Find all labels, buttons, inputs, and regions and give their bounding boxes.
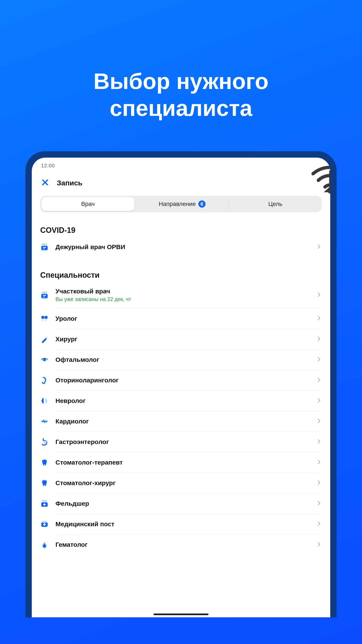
brain-icon bbox=[40, 396, 49, 405]
specialty-row[interactable]: Офтальмолог bbox=[40, 350, 322, 370]
chevron-right-icon bbox=[316, 418, 322, 424]
list-item-sublabel: Вы уже записаны на 22 дек, чт bbox=[55, 296, 310, 302]
specialty-row[interactable]: Хирург bbox=[40, 329, 322, 349]
list-item-label: Хирург bbox=[55, 336, 310, 343]
tab-doctor[interactable]: Врач bbox=[41, 197, 134, 211]
list-item-label: Гастроэнтеролог bbox=[55, 438, 310, 446]
specialty-row[interactable]: Невролог bbox=[40, 391, 322, 411]
tab-goal[interactable]: Цель bbox=[229, 196, 322, 212]
status-bar: 12:00 bbox=[32, 158, 330, 171]
tab-referral[interactable]: Направление 6 bbox=[136, 196, 229, 212]
list-item-label: Уролог bbox=[55, 315, 310, 322]
chevron-right-icon bbox=[316, 336, 322, 342]
specialty-row[interactable]: Стоматолог-хирург bbox=[40, 473, 322, 493]
tooth-icon bbox=[40, 458, 49, 467]
app-screen: 12:00 Запись Врач Направление 6 Цель bbox=[32, 158, 330, 617]
list-item-label: Офтальмолог bbox=[55, 356, 310, 363]
hero-title: Выбор нужного специалиста bbox=[0, 0, 362, 151]
heart-icon bbox=[40, 417, 49, 426]
list-item-label: Кардиолог bbox=[55, 418, 310, 425]
list-item-label: Дежурный врач ОРВИ bbox=[55, 244, 310, 250]
chevron-right-icon bbox=[316, 521, 322, 527]
tooth-icon bbox=[40, 479, 49, 487]
page-title: Запись bbox=[57, 179, 82, 187]
close-icon[interactable] bbox=[41, 178, 49, 187]
tab-label: Врач bbox=[81, 200, 95, 208]
ear-icon bbox=[40, 376, 49, 384]
tab-label: Цель bbox=[268, 200, 282, 208]
list-item-label: Стоматолог-терапевт bbox=[55, 459, 310, 466]
list-item-label: Стоматолог-хирург bbox=[55, 480, 310, 486]
chevron-right-icon bbox=[316, 500, 322, 507]
medpost-icon bbox=[40, 520, 49, 528]
doctor-icon bbox=[40, 291, 49, 299]
specialty-row[interactable]: Кардиолог bbox=[40, 411, 322, 432]
home-indicator[interactable] bbox=[153, 614, 209, 615]
page-header: Запись bbox=[32, 171, 330, 196]
chevron-right-icon bbox=[316, 439, 322, 445]
list-item-label: Оториноларинголог bbox=[55, 377, 310, 384]
list-item-label: Невролог bbox=[55, 397, 310, 404]
tab-label: Направление bbox=[159, 200, 196, 208]
nurse-icon bbox=[40, 499, 49, 508]
urology-icon bbox=[40, 314, 49, 323]
scalpel-icon bbox=[40, 335, 49, 344]
section-heading-covid: COVID-19 bbox=[40, 226, 322, 235]
wifi-icon bbox=[299, 163, 305, 168]
chevron-right-icon bbox=[316, 244, 322, 250]
battery-icon bbox=[315, 163, 321, 168]
signal-icon bbox=[307, 163, 313, 168]
tab-badge: 6 bbox=[198, 200, 206, 208]
chevron-right-icon bbox=[316, 480, 322, 486]
eye-icon bbox=[40, 356, 49, 364]
specialty-row[interactable]: Гематолог bbox=[40, 534, 322, 555]
status-time: 12:00 bbox=[41, 163, 55, 169]
specialty-row[interactable]: Стоматолог-терапевт bbox=[40, 452, 322, 472]
tabs: Врач Направление 6 Цель bbox=[40, 196, 322, 212]
list-item-label: Гематолог bbox=[55, 541, 310, 548]
list-item-label: Участковый врач bbox=[55, 288, 310, 295]
specialty-row[interactable]: Уролог bbox=[40, 308, 322, 329]
doctor-icon bbox=[40, 243, 49, 251]
covid-row[interactable]: Дежурный врач ОРВИ bbox=[40, 237, 322, 257]
chevron-right-icon bbox=[316, 356, 322, 363]
blood-icon bbox=[40, 540, 49, 549]
chevron-right-icon bbox=[316, 398, 322, 404]
list-item-label: Фельдшер bbox=[55, 500, 310, 507]
list-item-label: Медицинский пост bbox=[55, 520, 310, 528]
specialty-row[interactable]: Гастроэнтеролог bbox=[40, 432, 322, 452]
specialty-row[interactable]: Медицинский пост bbox=[40, 514, 322, 534]
specialty-row[interactable]: Оториноларинголог bbox=[40, 370, 322, 390]
chevron-right-icon bbox=[316, 459, 322, 466]
chevron-right-icon bbox=[316, 377, 322, 384]
specialty-row[interactable]: Участковый врачВы уже записаны на 22 дек… bbox=[40, 282, 322, 308]
chevron-right-icon bbox=[316, 316, 322, 322]
chevron-right-icon bbox=[316, 292, 322, 298]
specialty-row[interactable]: Фельдшер bbox=[40, 494, 322, 514]
device-frame: 12:00 Запись Врач Направление 6 Цель bbox=[25, 151, 337, 617]
stomach-icon bbox=[40, 438, 49, 446]
chevron-right-icon bbox=[316, 542, 322, 548]
section-heading-specialties: Специальности bbox=[40, 271, 322, 280]
